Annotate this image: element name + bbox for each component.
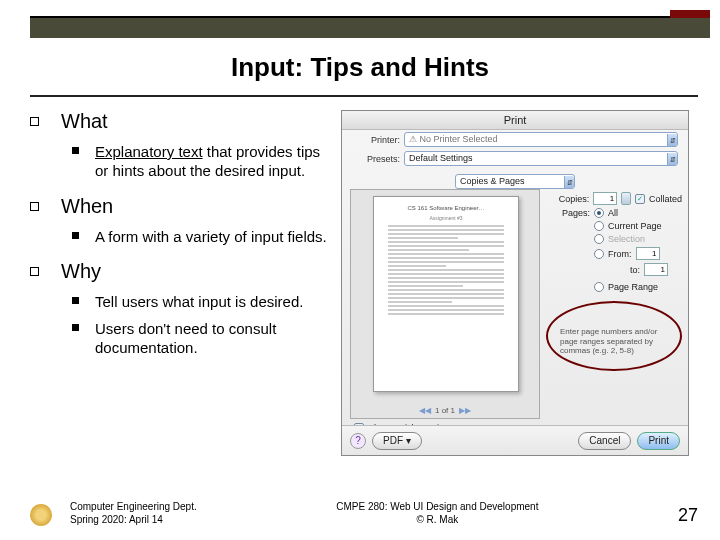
cancel-button[interactable]: Cancel <box>578 432 631 450</box>
slide-number: 27 <box>678 505 698 526</box>
radio-all[interactable] <box>594 208 604 218</box>
presets-label: Presets: <box>352 154 400 164</box>
chevron-updown-icon: ⇵ <box>667 134 677 146</box>
bullet-filled-square-icon <box>72 232 79 239</box>
footer-left: Computer Engineering Dept. Spring 2020: … <box>70 500 197 526</box>
list-item: Explanatory text that provides tips or h… <box>72 143 330 181</box>
printer-dropdown[interactable]: ⚠ No Printer Selected ⇵ <box>404 132 678 147</box>
university-logo-icon <box>30 504 52 526</box>
section-heading: When <box>30 195 330 218</box>
copies-stepper[interactable] <box>621 192 631 205</box>
copies-pages-panel: Copies: ✓ Collated Pages: All Current Pa… <box>548 189 682 295</box>
radio-current-label: Current Page <box>608 221 662 231</box>
print-button[interactable]: Print <box>637 432 680 450</box>
radio-pagerange-label: Page Range <box>608 282 658 292</box>
printer-label: Printer: <box>352 135 400 145</box>
help-icon[interactable]: ? <box>350 433 366 449</box>
copies-input[interactable] <box>593 192 617 205</box>
list-item: Tell users what input is desired. <box>72 293 330 312</box>
section-why: Why Tell users what input is desired. Us… <box>30 260 330 357</box>
next-page-icon[interactable]: ▶▶ <box>459 406 471 415</box>
radio-from-label: From: <box>608 249 632 259</box>
section-heading: Why <box>30 260 330 283</box>
bullet-open-square-icon <box>30 202 39 211</box>
print-dialog-figure: Print Printer: ⚠ No Printer Selected ⇵ P… <box>341 110 689 456</box>
radio-selection-label: Selection <box>608 234 645 244</box>
title-underline <box>30 95 698 97</box>
footer-dept: Computer Engineering Dept. <box>70 500 197 513</box>
section-dd-value: Copies & Pages <box>460 175 525 188</box>
pdf-dropdown-button[interactable]: PDF ▾ <box>372 432 422 450</box>
presets-value: Default Settings <box>409 152 473 165</box>
dialog-title: Print <box>342 111 688 130</box>
list-item-text: A form with a variety of input fields. <box>95 228 327 247</box>
section-dropdown[interactable]: Copies & Pages ⇵ <box>455 174 575 189</box>
footer-copyright: © R. Mak <box>197 513 678 526</box>
radio-from[interactable] <box>594 249 604 259</box>
section-heading-text: Why <box>61 260 101 283</box>
section-when: When A form with a variety of input fiel… <box>30 195 330 247</box>
presets-dropdown[interactable]: Default Settings ⇵ <box>404 151 678 166</box>
radio-current-page[interactable] <box>594 221 604 231</box>
section-heading: What <box>30 110 330 133</box>
radio-all-label: All <box>608 208 618 218</box>
underlined-term: Explanatory text <box>95 143 203 160</box>
list-item: A form with a variety of input fields. <box>72 228 330 247</box>
bullet-open-square-icon <box>30 117 39 126</box>
to-input[interactable] <box>644 263 668 276</box>
preview-page: CS 161 Software Engineer… Assignment #3 <box>373 196 519 392</box>
print-preview-pane: CS 161 Software Engineer… Assignment #3 … <box>350 189 540 419</box>
radio-selection[interactable] <box>594 234 604 244</box>
bullet-content: What Explanatory text that provides tips… <box>30 110 330 372</box>
pages-label: Pages: <box>548 208 590 218</box>
decorative-top-bar <box>30 16 710 38</box>
section-what: What Explanatory text that provides tips… <box>30 110 330 181</box>
bullet-open-square-icon <box>30 267 39 276</box>
list-item: Users don't need to consult documentatio… <box>72 320 330 358</box>
dialog-bottom-bar: ? PDF ▾ Cancel Print <box>342 425 688 455</box>
page-indicator: 1 of 1 <box>435 406 455 415</box>
chevron-updown-icon: ⇵ <box>667 153 677 165</box>
collated-label: Collated <box>649 194 682 204</box>
bullet-filled-square-icon <box>72 147 79 154</box>
radio-page-range[interactable] <box>594 282 604 292</box>
chevron-updown-icon: ⇵ <box>564 176 574 188</box>
list-item-text: Explanatory text that provides tips or h… <box>95 143 330 181</box>
slide-footer: Computer Engineering Dept. Spring 2020: … <box>30 500 698 526</box>
collated-checkbox[interactable]: ✓ <box>635 194 645 204</box>
page-range-hint: Enter page numbers and/or page ranges se… <box>560 327 676 356</box>
footer-course: CMPE 280: Web UI Design and Development <box>197 500 678 513</box>
preview-doc-heading: CS 161 Software Engineer… <box>388 205 504 211</box>
printer-value: No Printer Selected <box>420 134 498 144</box>
preview-nav: ◀◀ 1 of 1 ▶▶ <box>351 406 539 415</box>
list-item-text: Tell users what input is desired. <box>95 293 303 312</box>
footer-date: Spring 2020: April 14 <box>70 513 197 526</box>
footer-center: CMPE 280: Web UI Design and Development … <box>197 500 678 526</box>
bullet-filled-square-icon <box>72 324 79 331</box>
slide-title: Input: Tips and Hints <box>0 52 720 83</box>
bullet-filled-square-icon <box>72 297 79 304</box>
prev-page-icon[interactable]: ◀◀ <box>419 406 431 415</box>
to-label: to: <box>612 265 640 275</box>
list-item-text: Users don't need to consult documentatio… <box>95 320 330 358</box>
copies-label: Copies: <box>548 194 589 204</box>
section-heading-text: When <box>61 195 113 218</box>
section-heading-text: What <box>61 110 108 133</box>
from-input[interactable] <box>636 247 660 260</box>
